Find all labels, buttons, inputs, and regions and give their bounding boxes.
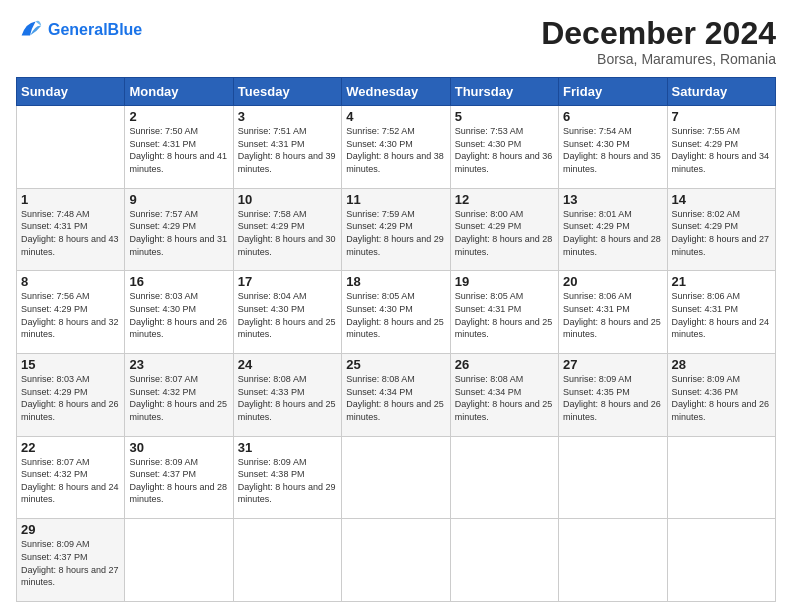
header-thursday: Thursday	[450, 78, 558, 106]
day-number: 14	[672, 192, 771, 207]
header-wednesday: Wednesday	[342, 78, 450, 106]
calendar-cell: 15Sunrise: 8:03 AMSunset: 4:29 PMDayligh…	[17, 354, 125, 437]
calendar-cell	[233, 519, 341, 602]
day-number: 29	[21, 522, 120, 537]
calendar-cell: 7Sunrise: 7:55 AMSunset: 4:29 PMDaylight…	[667, 106, 775, 189]
calendar-cell: 12Sunrise: 8:00 AMSunset: 4:29 PMDayligh…	[450, 188, 558, 271]
calendar-table: Sunday Monday Tuesday Wednesday Thursday…	[16, 77, 776, 602]
calendar-week-6: 29Sunrise: 8:09 AMSunset: 4:37 PMDayligh…	[17, 519, 776, 602]
day-number: 6	[563, 109, 662, 124]
calendar-cell	[450, 519, 558, 602]
calendar-cell: 22Sunrise: 8:07 AMSunset: 4:32 PMDayligh…	[17, 436, 125, 519]
day-number: 8	[21, 274, 120, 289]
calendar-week-5: 22Sunrise: 8:07 AMSunset: 4:32 PMDayligh…	[17, 436, 776, 519]
day-info: Sunrise: 8:00 AMSunset: 4:29 PMDaylight:…	[455, 208, 554, 258]
day-number: 31	[238, 440, 337, 455]
day-info: Sunrise: 7:53 AMSunset: 4:30 PMDaylight:…	[455, 125, 554, 175]
day-number: 23	[129, 357, 228, 372]
weekday-header-row: Sunday Monday Tuesday Wednesday Thursday…	[17, 78, 776, 106]
calendar-cell: 14Sunrise: 8:02 AMSunset: 4:29 PMDayligh…	[667, 188, 775, 271]
day-info: Sunrise: 7:57 AMSunset: 4:29 PMDaylight:…	[129, 208, 228, 258]
calendar-cell: 9Sunrise: 7:57 AMSunset: 4:29 PMDaylight…	[125, 188, 233, 271]
calendar-cell: 30Sunrise: 8:09 AMSunset: 4:37 PMDayligh…	[125, 436, 233, 519]
day-info: Sunrise: 8:09 AMSunset: 4:38 PMDaylight:…	[238, 456, 337, 506]
day-number: 9	[129, 192, 228, 207]
day-info: Sunrise: 7:55 AMSunset: 4:29 PMDaylight:…	[672, 125, 771, 175]
calendar-cell	[342, 436, 450, 519]
day-info: Sunrise: 7:51 AMSunset: 4:31 PMDaylight:…	[238, 125, 337, 175]
calendar-cell: 28Sunrise: 8:09 AMSunset: 4:36 PMDayligh…	[667, 354, 775, 437]
logo-text: GeneralBlue	[48, 21, 142, 39]
calendar-cell	[559, 519, 667, 602]
header-tuesday: Tuesday	[233, 78, 341, 106]
day-info: Sunrise: 7:59 AMSunset: 4:29 PMDaylight:…	[346, 208, 445, 258]
calendar-week-4: 15Sunrise: 8:03 AMSunset: 4:29 PMDayligh…	[17, 354, 776, 437]
day-info: Sunrise: 7:56 AMSunset: 4:29 PMDaylight:…	[21, 290, 120, 340]
calendar-cell: 18Sunrise: 8:05 AMSunset: 4:30 PMDayligh…	[342, 271, 450, 354]
day-info: Sunrise: 8:09 AMSunset: 4:37 PMDaylight:…	[129, 456, 228, 506]
calendar-cell	[125, 519, 233, 602]
day-number: 19	[455, 274, 554, 289]
calendar-week-2: 1Sunrise: 7:48 AMSunset: 4:31 PMDaylight…	[17, 188, 776, 271]
day-info: Sunrise: 8:08 AMSunset: 4:34 PMDaylight:…	[346, 373, 445, 423]
day-number: 1	[21, 192, 120, 207]
header: GeneralBlue December 2024 Borsa, Maramur…	[16, 16, 776, 67]
day-number: 27	[563, 357, 662, 372]
logo-general: General	[48, 21, 108, 38]
calendar-cell: 17Sunrise: 8:04 AMSunset: 4:30 PMDayligh…	[233, 271, 341, 354]
calendar-cell	[17, 106, 125, 189]
day-info: Sunrise: 8:09 AMSunset: 4:36 PMDaylight:…	[672, 373, 771, 423]
day-number: 17	[238, 274, 337, 289]
calendar-cell	[342, 519, 450, 602]
day-info: Sunrise: 8:08 AMSunset: 4:33 PMDaylight:…	[238, 373, 337, 423]
day-number: 28	[672, 357, 771, 372]
day-number: 25	[346, 357, 445, 372]
day-info: Sunrise: 8:06 AMSunset: 4:31 PMDaylight:…	[672, 290, 771, 340]
calendar-cell: 4Sunrise: 7:52 AMSunset: 4:30 PMDaylight…	[342, 106, 450, 189]
calendar-cell: 3Sunrise: 7:51 AMSunset: 4:31 PMDaylight…	[233, 106, 341, 189]
calendar-cell	[667, 436, 775, 519]
day-info: Sunrise: 8:04 AMSunset: 4:30 PMDaylight:…	[238, 290, 337, 340]
calendar-cell: 10Sunrise: 7:58 AMSunset: 4:29 PMDayligh…	[233, 188, 341, 271]
day-number: 15	[21, 357, 120, 372]
day-number: 20	[563, 274, 662, 289]
calendar-cell	[667, 519, 775, 602]
calendar-cell: 26Sunrise: 8:08 AMSunset: 4:34 PMDayligh…	[450, 354, 558, 437]
calendar-cell: 19Sunrise: 8:05 AMSunset: 4:31 PMDayligh…	[450, 271, 558, 354]
logo-icon	[16, 16, 44, 44]
header-monday: Monday	[125, 78, 233, 106]
day-info: Sunrise: 7:54 AMSunset: 4:30 PMDaylight:…	[563, 125, 662, 175]
calendar-cell: 11Sunrise: 7:59 AMSunset: 4:29 PMDayligh…	[342, 188, 450, 271]
calendar-week-1: 2Sunrise: 7:50 AMSunset: 4:31 PMDaylight…	[17, 106, 776, 189]
day-number: 21	[672, 274, 771, 289]
day-info: Sunrise: 7:52 AMSunset: 4:30 PMDaylight:…	[346, 125, 445, 175]
calendar-cell: 25Sunrise: 8:08 AMSunset: 4:34 PMDayligh…	[342, 354, 450, 437]
day-number: 3	[238, 109, 337, 124]
location: Borsa, Maramures, Romania	[541, 51, 776, 67]
calendar-cell: 31Sunrise: 8:09 AMSunset: 4:38 PMDayligh…	[233, 436, 341, 519]
day-number: 2	[129, 109, 228, 124]
day-number: 12	[455, 192, 554, 207]
day-info: Sunrise: 8:02 AMSunset: 4:29 PMDaylight:…	[672, 208, 771, 258]
calendar-cell: 5Sunrise: 7:53 AMSunset: 4:30 PMDaylight…	[450, 106, 558, 189]
day-info: Sunrise: 8:01 AMSunset: 4:29 PMDaylight:…	[563, 208, 662, 258]
calendar-cell: 20Sunrise: 8:06 AMSunset: 4:31 PMDayligh…	[559, 271, 667, 354]
month-title: December 2024	[541, 16, 776, 51]
calendar-cell: 24Sunrise: 8:08 AMSunset: 4:33 PMDayligh…	[233, 354, 341, 437]
calendar-cell: 23Sunrise: 8:07 AMSunset: 4:32 PMDayligh…	[125, 354, 233, 437]
day-info: Sunrise: 7:58 AMSunset: 4:29 PMDaylight:…	[238, 208, 337, 258]
day-info: Sunrise: 8:09 AMSunset: 4:35 PMDaylight:…	[563, 373, 662, 423]
day-info: Sunrise: 8:03 AMSunset: 4:29 PMDaylight:…	[21, 373, 120, 423]
day-number: 30	[129, 440, 228, 455]
day-info: Sunrise: 8:07 AMSunset: 4:32 PMDaylight:…	[129, 373, 228, 423]
day-info: Sunrise: 7:50 AMSunset: 4:31 PMDaylight:…	[129, 125, 228, 175]
day-info: Sunrise: 8:06 AMSunset: 4:31 PMDaylight:…	[563, 290, 662, 340]
page: GeneralBlue December 2024 Borsa, Maramur…	[0, 0, 792, 612]
calendar-cell: 1Sunrise: 7:48 AMSunset: 4:31 PMDaylight…	[17, 188, 125, 271]
day-number: 22	[21, 440, 120, 455]
day-number: 24	[238, 357, 337, 372]
calendar-cell: 2Sunrise: 7:50 AMSunset: 4:31 PMDaylight…	[125, 106, 233, 189]
day-number: 18	[346, 274, 445, 289]
day-number: 4	[346, 109, 445, 124]
calendar-cell: 6Sunrise: 7:54 AMSunset: 4:30 PMDaylight…	[559, 106, 667, 189]
